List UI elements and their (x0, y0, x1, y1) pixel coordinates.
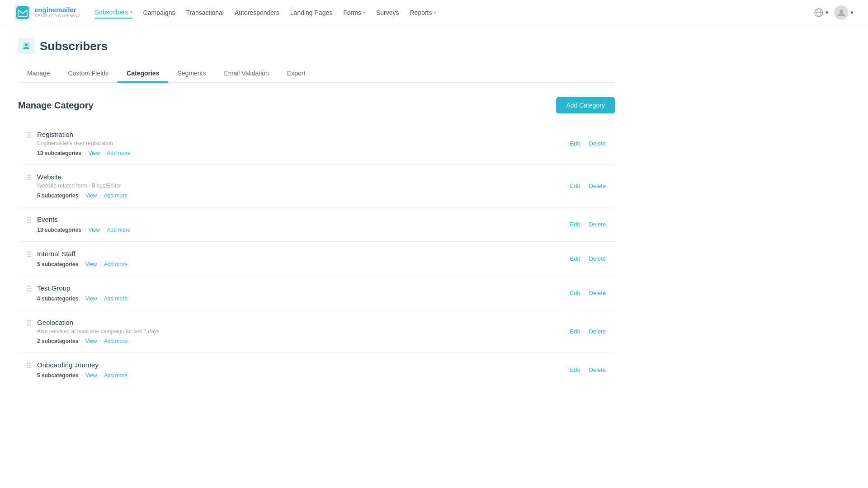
category-info-registration: RegistrationEnginemailer's user registra… (37, 131, 131, 156)
category-name-geolocation: Geolocation (37, 319, 160, 326)
drag-handle-website[interactable] (27, 174, 31, 180)
view-link-registration[interactable]: View (88, 150, 100, 156)
help-button[interactable]: ▾ (814, 8, 829, 18)
category-info-internal-staff: Internal Staff5 subcategories·View·Add m… (37, 250, 127, 267)
tab-manage[interactable]: Manage (18, 65, 59, 83)
tab-custom-fields[interactable]: Custom Fields (59, 65, 118, 83)
meta-sep-view-onboarding-journey: · (81, 372, 82, 379)
add-category-button[interactable]: Add Category (556, 97, 615, 113)
svg-point-5 (840, 9, 843, 13)
navbar: enginemailer SEND IT YOUR WAY Subscriber… (0, 0, 868, 25)
nav-link-surveys[interactable]: Surveys (376, 7, 399, 18)
delete-link-onboarding-journey[interactable]: Delete (589, 366, 606, 373)
subcategory-count-onboarding-journey: 5 subcategories (37, 372, 78, 379)
drag-handle-internal-staff[interactable] (27, 251, 31, 257)
nav-link-autoresponders[interactable]: Autoresponders (235, 7, 279, 18)
subcategory-count-geolocation: 2 subcategories (37, 338, 78, 344)
tab-export[interactable]: Export (278, 65, 314, 83)
edit-link-onboarding-journey[interactable]: Edit (570, 366, 580, 373)
add-more-link-website[interactable]: Add more (104, 192, 127, 199)
tab-categories[interactable]: Categories (118, 65, 168, 83)
subcategory-count-test-group: 4 subcategories (37, 296, 78, 302)
nav-link-reports[interactable]: Reports▾ (410, 7, 436, 18)
category-item-internal-staff: Internal Staff5 subcategories·View·Add m… (18, 242, 615, 276)
edit-link-test-group[interactable]: Edit (570, 290, 580, 296)
category-actions-internal-staff: Edit·Delete (570, 255, 606, 262)
navbar-left: enginemailer SEND IT YOUR WAY Subscriber… (14, 5, 436, 21)
nav-dropdown-chevron-reports: ▾ (434, 10, 436, 15)
edit-link-internal-staff[interactable]: Edit (570, 255, 580, 262)
page-header-icon (18, 38, 34, 54)
tab-segments[interactable]: Segments (168, 65, 215, 83)
logo-text: enginemailer SEND IT YOUR WAY (34, 6, 80, 18)
category-name-website: Website (37, 173, 127, 181)
view-link-events[interactable]: View (88, 227, 100, 233)
action-sep-geolocation: · (584, 328, 585, 335)
user-account-button[interactable]: ▾ (834, 5, 854, 20)
add-more-link-geolocation[interactable]: Add more (104, 338, 127, 344)
action-sep-registration: · (584, 141, 585, 147)
nav-dropdown-chevron-forms: ▾ (363, 10, 365, 15)
add-more-link-internal-staff[interactable]: Add more (104, 261, 127, 267)
category-meta-test-group: 4 subcategories·View·Add more (37, 296, 127, 302)
logo-name: enginemailer (34, 6, 80, 14)
nav-link-label-landing-pages: Landing Pages (290, 9, 332, 16)
add-more-link-test-group[interactable]: Add more (104, 296, 127, 302)
edit-link-events[interactable]: Edit (570, 221, 580, 228)
drag-handle-test-group[interactable] (27, 286, 31, 291)
nav-link-landing-pages[interactable]: Landing Pages (290, 7, 332, 18)
delete-link-test-group[interactable]: Delete (589, 290, 606, 296)
view-link-test-group[interactable]: View (85, 296, 97, 302)
category-meta-registration: 13 subcategories·View·Add more (37, 150, 131, 156)
subcategory-count-registration: 13 subcategories (37, 150, 81, 156)
action-sep-events: · (584, 221, 585, 228)
drag-handle-geolocation[interactable] (27, 320, 31, 326)
category-actions-onboarding-journey: Edit·Delete (570, 366, 606, 373)
category-actions-website: Edit·Delete (570, 183, 606, 189)
add-more-link-registration[interactable]: Add more (107, 150, 131, 156)
category-meta-website: 5 subcategories·View·Add more (37, 192, 127, 199)
drag-handle-onboarding-journey[interactable] (27, 362, 31, 368)
meta-sep-add-website: · (100, 192, 101, 199)
edit-link-registration[interactable]: Edit (570, 140, 580, 147)
nav-link-campaigns[interactable]: Campaigns (143, 7, 175, 18)
edit-link-website[interactable]: Edit (570, 183, 580, 189)
nav-links: Subscribers▾CampaignsTransactionalAutore… (95, 7, 436, 19)
category-meta-geolocation: 2 subcategories·View·Add more (37, 338, 160, 344)
view-link-internal-staff[interactable]: View (85, 261, 97, 267)
avatar (834, 5, 849, 20)
edit-link-geolocation[interactable]: Edit (570, 328, 580, 335)
nav-link-label-campaigns: Campaigns (143, 9, 175, 16)
meta-sep-add-onboarding-journey: · (100, 372, 101, 379)
category-name-onboarding-journey: Onboarding Journey (37, 361, 127, 369)
delete-link-internal-staff[interactable]: Delete (589, 255, 606, 262)
meta-sep-add-events: · (103, 227, 104, 233)
view-link-geolocation[interactable]: View (85, 338, 97, 344)
tab-email-validation[interactable]: Email Validation (215, 65, 278, 83)
user-icon (837, 9, 845, 17)
nav-link-subscribers[interactable]: Subscribers▾ (95, 7, 132, 19)
delete-link-geolocation[interactable]: Delete (589, 328, 606, 335)
tabs: ManageCustom FieldsCategoriesSegmentsEma… (18, 65, 615, 83)
view-link-onboarding-journey[interactable]: View (85, 372, 97, 379)
category-desc-website: Website related form - Blogs/Editor (37, 183, 127, 189)
category-name-registration: Registration (37, 131, 131, 138)
view-link-website[interactable]: View (85, 192, 97, 199)
category-list: RegistrationEnginemailer's user registra… (18, 122, 615, 387)
drag-handle-registration[interactable] (27, 132, 31, 138)
delete-link-events[interactable]: Delete (589, 221, 606, 228)
add-more-link-events[interactable]: Add more (107, 227, 131, 233)
category-left-internal-staff: Internal Staff5 subcategories·View·Add m… (27, 250, 127, 267)
drag-handle-events[interactable] (27, 217, 31, 223)
action-sep-test-group: · (584, 290, 585, 296)
nav-link-transactional[interactable]: Transactional (186, 7, 224, 18)
delete-link-website[interactable]: Delete (589, 183, 606, 189)
delete-link-registration[interactable]: Delete (589, 140, 606, 147)
nav-dropdown-chevron-subscribers: ▾ (130, 9, 132, 14)
category-meta-events: 13 subcategories·View·Add more (37, 227, 131, 233)
add-more-link-onboarding-journey[interactable]: Add more (104, 372, 127, 379)
nav-link-forms[interactable]: Forms▾ (343, 7, 365, 18)
category-actions-test-group: Edit·Delete (570, 290, 606, 296)
category-actions-geolocation: Edit·Delete (570, 328, 606, 335)
category-info-website: WebsiteWebsite related form - Blogs/Edit… (37, 173, 127, 199)
